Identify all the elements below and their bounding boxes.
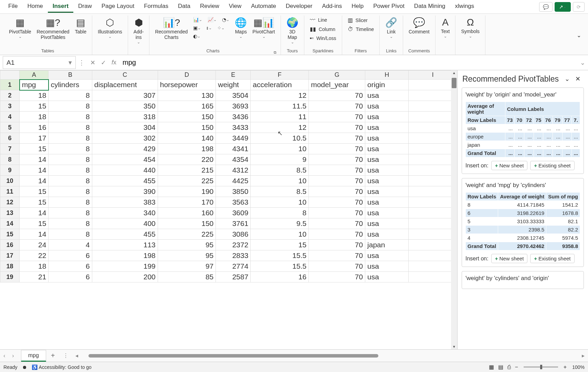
accessibility-status[interactable]: ♿ Accessibility: Good to go bbox=[32, 364, 91, 370]
cell[interactable]: 4354 bbox=[216, 154, 251, 165]
cell[interactable]: usa bbox=[365, 186, 409, 197]
cell[interactable]: 3433 bbox=[216, 122, 251, 133]
cell[interactable]: 440 bbox=[92, 165, 158, 176]
cell[interactable]: usa bbox=[365, 261, 409, 272]
comment-button[interactable]: 💬Comment bbox=[406, 16, 432, 36]
name-box[interactable]: A1▾ bbox=[3, 56, 76, 69]
sheet-nav-next[interactable]: › bbox=[9, 353, 17, 359]
cell[interactable]: 10 bbox=[251, 176, 309, 186]
cell[interactable]: weight bbox=[216, 80, 251, 90]
cell[interactable]: 8 bbox=[49, 112, 92, 122]
cell[interactable]: 8.5 bbox=[251, 165, 309, 176]
cell[interactable]: 6 bbox=[49, 261, 92, 272]
cell[interactable]: 70 bbox=[309, 165, 365, 176]
cell[interactable]: 85 bbox=[158, 272, 216, 282]
cell[interactable]: 429 bbox=[92, 144, 158, 154]
cell[interactable]: 8 bbox=[49, 208, 92, 218]
cell[interactable]: 70 bbox=[309, 176, 365, 186]
cell[interactable] bbox=[409, 261, 457, 272]
cell[interactable]: 8 bbox=[49, 133, 92, 144]
cell[interactable]: 198 bbox=[158, 144, 216, 154]
cell[interactable]: 70 bbox=[309, 90, 365, 101]
column-header[interactable]: H bbox=[365, 71, 409, 80]
cell[interactable]: 70 bbox=[309, 197, 365, 208]
cell[interactable]: 8 bbox=[49, 101, 92, 112]
recommendation-card-3[interactable]: 'weight' by 'cylinders' and 'origin' bbox=[462, 271, 584, 289]
statistic-chart-icon[interactable]: ⫾ bbox=[203, 24, 214, 32]
row-header[interactable]: 1 bbox=[0, 80, 20, 90]
horizontal-scrollbar[interactable] bbox=[82, 354, 578, 358]
cell[interactable] bbox=[409, 197, 457, 208]
cell[interactable]: cylinders bbox=[49, 80, 92, 90]
cell[interactable]: 8 bbox=[49, 229, 92, 240]
cell[interactable]: 70 bbox=[309, 240, 365, 250]
cell[interactable]: 18 bbox=[20, 112, 49, 122]
cell[interactable] bbox=[409, 208, 457, 218]
cell[interactable]: 14 bbox=[20, 229, 49, 240]
pivottable-button[interactable]: ▦PivotTable bbox=[6, 16, 34, 40]
cell[interactable]: usa bbox=[365, 144, 409, 154]
column-header[interactable]: B bbox=[49, 71, 92, 80]
cell[interactable] bbox=[409, 240, 457, 250]
cell[interactable]: 2833 bbox=[216, 250, 251, 261]
cell[interactable]: 18 bbox=[20, 90, 49, 101]
comments-toggle[interactable]: 💬 bbox=[539, 2, 553, 12]
cell[interactable]: 9 bbox=[251, 154, 309, 165]
cell[interactable]: horsepower bbox=[158, 80, 216, 90]
cell[interactable]: 3449 bbox=[216, 133, 251, 144]
cell[interactable]: 150 bbox=[158, 218, 216, 229]
macro-record-icon[interactable]: ⏺ bbox=[22, 364, 27, 370]
cell[interactable] bbox=[409, 80, 457, 90]
cell[interactable]: 215 bbox=[158, 165, 216, 176]
cell[interactable]: 14 bbox=[20, 176, 49, 186]
cell[interactable]: usa bbox=[365, 272, 409, 282]
cell[interactable]: 95 bbox=[158, 240, 216, 250]
cell[interactable]: usa bbox=[365, 165, 409, 176]
row-header[interactable]: 12 bbox=[0, 197, 20, 208]
hscroll-left-icon[interactable]: ◂ bbox=[72, 352, 82, 359]
cell[interactable]: 8 bbox=[49, 197, 92, 208]
cell[interactable]: 350 bbox=[92, 101, 158, 112]
cell[interactable]: 390 bbox=[92, 186, 158, 197]
cell[interactable]: 16 bbox=[20, 122, 49, 133]
menu-tab-data-mining[interactable]: Data Mining bbox=[409, 1, 450, 13]
cell[interactable]: 12 bbox=[251, 122, 309, 133]
cell[interactable]: 4 bbox=[49, 240, 92, 250]
cell[interactable]: 10 bbox=[251, 229, 309, 240]
spreadsheet-grid[interactable]: ABCDEFGHI1mpgcylindersdisplacementhorsep… bbox=[0, 70, 457, 349]
cell[interactable]: 70 bbox=[309, 133, 365, 144]
menu-tab-draw[interactable]: Draw bbox=[73, 1, 97, 13]
row-header[interactable]: 2 bbox=[0, 90, 20, 101]
cell[interactable]: 8.5 bbox=[251, 186, 309, 197]
cell[interactable]: 130 bbox=[158, 90, 216, 101]
maps-button[interactable]: 🌐Maps bbox=[232, 16, 250, 40]
formula-bar-expand-icon[interactable]: ⌄ bbox=[577, 59, 588, 66]
cell[interactable]: 8 bbox=[49, 165, 92, 176]
cell[interactable]: 8 bbox=[49, 90, 92, 101]
cell[interactable]: 8 bbox=[251, 208, 309, 218]
link-button[interactable]: 🔗Link bbox=[382, 16, 400, 40]
cell[interactable]: 318 bbox=[92, 112, 158, 122]
illustrations-button[interactable]: ⬡Illustrations bbox=[95, 16, 125, 40]
insert-existing-sheet-button[interactable]: +Existing sheet bbox=[530, 254, 574, 263]
cell[interactable] bbox=[409, 90, 457, 101]
vertical-scrollbar[interactable]: ▲ ▼ bbox=[451, 70, 457, 349]
menu-tab-file[interactable]: File bbox=[3, 1, 22, 13]
insert-existing-sheet-button[interactable]: +Existing sheet bbox=[530, 161, 574, 170]
cell[interactable]: 70 bbox=[309, 250, 365, 261]
slicer-button[interactable]: ▥Slicer bbox=[345, 16, 377, 25]
cell[interactable]: 22 bbox=[20, 250, 49, 261]
cell[interactable]: 70 bbox=[309, 261, 365, 272]
cell[interactable]: 4425 bbox=[216, 176, 251, 186]
row-header[interactable]: 11 bbox=[0, 186, 20, 197]
cell[interactable]: 6 bbox=[49, 250, 92, 261]
cell[interactable]: usa bbox=[365, 133, 409, 144]
cell[interactable]: 2587 bbox=[216, 272, 251, 282]
cell[interactable]: 70 bbox=[309, 208, 365, 218]
cell[interactable]: 198 bbox=[92, 250, 158, 261]
sheet-tab-menu[interactable]: ⋮ bbox=[60, 352, 72, 359]
cell[interactable]: 70 bbox=[309, 229, 365, 240]
cell[interactable]: 70 bbox=[309, 122, 365, 133]
cell[interactable]: 220 bbox=[158, 154, 216, 165]
combo-chart-icon[interactable]: ◐ bbox=[190, 32, 203, 40]
